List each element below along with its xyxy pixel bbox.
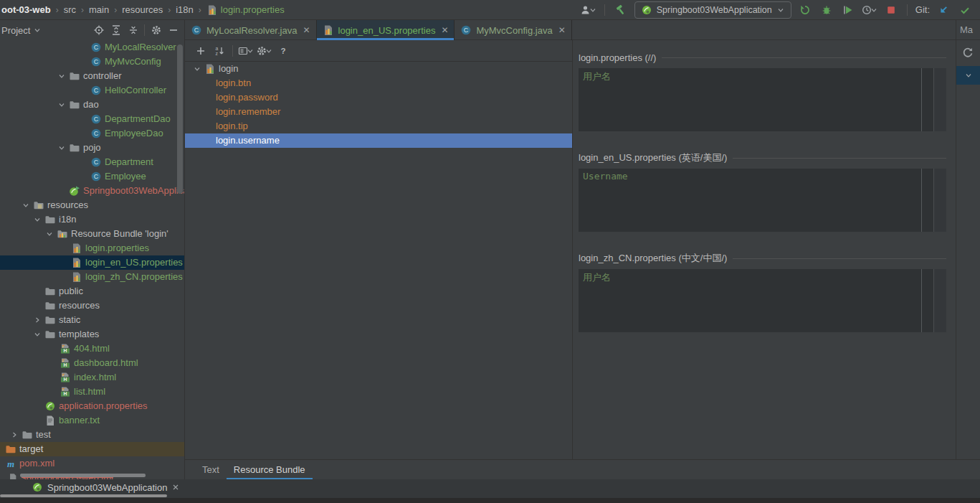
breadcrumb-item-src[interactable]: src bbox=[64, 4, 76, 15]
project-view-selector[interactable]: Project bbox=[1, 25, 42, 36]
tree-item-test[interactable]: test bbox=[0, 428, 184, 442]
tree-item-employeedao[interactable]: CEmployeeDao bbox=[0, 126, 184, 141]
tree-item-springboot03webapplication[interactable]: Springboot03WebApplication bbox=[0, 184, 184, 198]
tree-item-resource-bundle-login[interactable]: Resource Bundle 'login' bbox=[0, 227, 184, 241]
bundle-value-editor[interactable]: Username bbox=[579, 169, 946, 232]
breadcrumb-item-file[interactable]: login.properties bbox=[206, 4, 285, 16]
chevron-right-icon[interactable] bbox=[32, 315, 42, 325]
key-item-login[interactable]: login bbox=[185, 62, 572, 76]
profiler-button[interactable] bbox=[862, 2, 877, 18]
users-button[interactable] bbox=[581, 2, 596, 18]
tree-item-dao[interactable]: dao bbox=[0, 98, 184, 112]
bottom-bar-scrollbar[interactable] bbox=[0, 494, 167, 497]
breadcrumb-item-main[interactable]: main bbox=[89, 4, 109, 15]
build-button[interactable] bbox=[613, 2, 629, 18]
close-icon[interactable] bbox=[171, 483, 180, 492]
settings-button[interactable] bbox=[148, 22, 164, 38]
tree-item-resources[interactable]: resources bbox=[0, 298, 184, 313]
tree-item-mymvcconfig[interactable]: CMyMvcConfig bbox=[0, 55, 184, 69]
sort-alphabetically-button[interactable]: az bbox=[211, 43, 228, 59]
expand-all-button[interactable] bbox=[108, 22, 124, 38]
tree-item-resources[interactable]: resources bbox=[0, 198, 184, 212]
chevron-down-icon[interactable] bbox=[192, 64, 202, 74]
coverage-button[interactable] bbox=[840, 2, 856, 18]
editor-tab-login-en-us-properties[interactable]: login_en_US.properties✕ bbox=[317, 20, 455, 40]
key-item-login-btn[interactable]: login.btn bbox=[185, 76, 572, 90]
tree-item-404-html[interactable]: H404.html bbox=[0, 342, 184, 356]
bundle-value-editor[interactable]: 用户名 bbox=[579, 269, 946, 332]
bundle-value-editor[interactable]: 用户名 bbox=[579, 68, 946, 131]
add-property-button[interactable] bbox=[192, 43, 209, 59]
maven-stripe-tab[interactable]: Ma bbox=[956, 20, 980, 40]
settings-button[interactable] bbox=[256, 43, 273, 59]
collapse-all-button[interactable] bbox=[125, 22, 141, 38]
editor-scrollbar-gutter[interactable] bbox=[933, 269, 946, 332]
key-item-login-remember[interactable]: login.remember bbox=[185, 105, 572, 119]
key-item-login-tip[interactable]: login.tip bbox=[185, 119, 572, 133]
run-config-select[interactable]: Springboot03WebApplication bbox=[634, 1, 791, 19]
debug-button[interactable] bbox=[819, 2, 834, 18]
hide-panel-button[interactable] bbox=[165, 22, 181, 38]
tree-item-dashboard-html[interactable]: Hdashboard.html bbox=[0, 356, 184, 370]
project-tree-horizontal-scrollbar[interactable] bbox=[20, 474, 146, 477]
project-tree-vertical-scrollbar[interactable] bbox=[177, 44, 183, 194]
tree-item-index-html[interactable]: Hindex.html bbox=[0, 370, 184, 385]
editor-tab-mymvcconfig-java[interactable]: CMyMvcConfig.java✕ bbox=[455, 20, 571, 40]
git-commit-button[interactable] bbox=[957, 2, 973, 18]
tree-item-departmentdao[interactable]: CDepartmentDao bbox=[0, 112, 184, 126]
chevron-down-icon[interactable] bbox=[57, 143, 67, 153]
breadcrumb-item-project[interactable]: oot-03-web bbox=[1, 4, 51, 15]
tree-item-department[interactable]: CDepartment bbox=[0, 155, 184, 169]
chevron-down-icon[interactable] bbox=[32, 215, 42, 225]
key-item-login-username[interactable]: login.username bbox=[185, 133, 572, 148]
chevron-down-icon[interactable] bbox=[21, 200, 31, 210]
minus-icon bbox=[168, 24, 179, 36]
chevron-down-icon[interactable] bbox=[44, 229, 54, 239]
bug-icon bbox=[821, 4, 832, 16]
key-item-login-password[interactable]: login.password bbox=[185, 90, 572, 105]
editor-mode-tab-resource-bundle[interactable]: Resource Bundle bbox=[227, 460, 313, 480]
close-icon[interactable]: ✕ bbox=[303, 25, 310, 35]
check-icon bbox=[959, 4, 971, 16]
git-update-button[interactable] bbox=[936, 2, 951, 18]
tree-item-controller[interactable]: controller bbox=[0, 69, 184, 83]
tree-item-pojo[interactable]: pojo bbox=[0, 141, 184, 155]
close-icon[interactable]: ✕ bbox=[441, 25, 448, 35]
chevron-right-icon[interactable] bbox=[9, 430, 19, 440]
chevron-down-icon[interactable] bbox=[57, 100, 67, 110]
editor-tab-label: MyLocalResolver.java bbox=[206, 25, 297, 36]
bundle-icon bbox=[71, 257, 82, 268]
tree-item-i18n[interactable]: i18n bbox=[0, 212, 184, 227]
view-options-button[interactable] bbox=[237, 43, 254, 59]
run-tab[interactable]: Springboot03WebApplication bbox=[32, 479, 180, 495]
tree-item-list-html[interactable]: Hlist.html bbox=[0, 385, 184, 399]
tree-item-public[interactable]: public bbox=[0, 284, 184, 298]
chevron-down-icon[interactable] bbox=[57, 71, 67, 81]
breadcrumb-item-i18n[interactable]: i18n bbox=[176, 4, 194, 15]
tree-item-employee[interactable]: CEmployee bbox=[0, 169, 184, 184]
tree-item-login-en-us-properties[interactable]: login_en_US.properties bbox=[0, 255, 184, 270]
tree-item-login-properties[interactable]: login.properties bbox=[0, 241, 184, 255]
breadcrumb-item-resources[interactable]: resources bbox=[122, 4, 163, 15]
close-icon[interactable]: ✕ bbox=[558, 25, 566, 35]
tree-item-static[interactable]: static bbox=[0, 313, 184, 327]
stop-button[interactable] bbox=[883, 2, 899, 18]
editor-scrollbar-gutter[interactable] bbox=[933, 68, 946, 131]
tree-item-banner-txt[interactable]: banner.txt bbox=[0, 413, 184, 428]
chevron-down-icon[interactable] bbox=[32, 329, 42, 339]
tree-item-templates[interactable]: templates bbox=[0, 327, 184, 342]
editor-mode-tab-text[interactable]: Text bbox=[195, 460, 227, 480]
editor-scrollbar-gutter[interactable] bbox=[933, 169, 946, 232]
help-button[interactable]: ? bbox=[275, 43, 292, 59]
editor-tab-mylocalresolver-java[interactable]: CMyLocalResolver.java✕ bbox=[185, 20, 317, 40]
locate-file-button[interactable] bbox=[90, 22, 107, 38]
tree-item-mylocalresolver[interactable]: CMyLocalResolver bbox=[0, 40, 184, 55]
tree-item-hellocontroller[interactable]: CHelloController bbox=[0, 83, 184, 98]
tree-item-target[interactable]: target bbox=[0, 442, 184, 456]
refresh-icon[interactable] bbox=[961, 46, 974, 59]
run-button[interactable] bbox=[797, 2, 813, 18]
tree-item-pom-xml[interactable]: mpom.xml bbox=[0, 456, 184, 471]
tree-item-application-properties[interactable]: application.properties bbox=[0, 399, 184, 413]
stripe-hide-button[interactable] bbox=[956, 66, 980, 85]
tree-item-login-zh-cn-properties[interactable]: login_zh_CN.properties bbox=[0, 270, 184, 284]
